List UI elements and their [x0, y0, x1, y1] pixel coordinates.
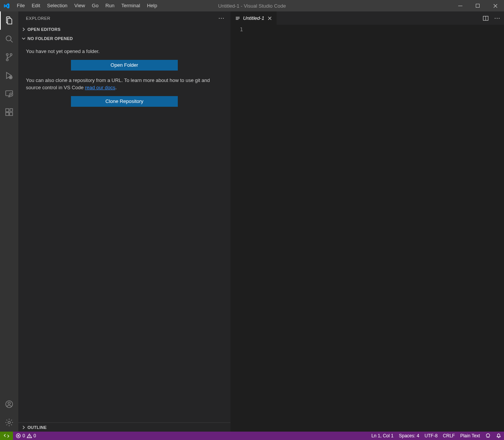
- svg-point-15: [8, 421, 10, 424]
- svg-rect-12: [10, 109, 13, 111]
- clone-text-a: You can also clone a repository from a U…: [26, 77, 210, 91]
- close-button[interactable]: [486, 0, 504, 11]
- eol-status[interactable]: CRLF: [440, 432, 457, 440]
- remote-icon: [5, 89, 14, 98]
- menu-view[interactable]: View: [71, 0, 89, 11]
- activity-manage[interactable]: [0, 413, 18, 432]
- tab-close-button[interactable]: [267, 15, 273, 21]
- svg-point-4: [6, 54, 8, 56]
- outline-label: OUTLINE: [27, 425, 47, 430]
- sidebar-header: EXPLORER ⋯: [18, 11, 230, 25]
- code-area[interactable]: [250, 25, 504, 432]
- svg-point-5: [6, 59, 8, 61]
- no-folder-label: NO FOLDER OPENED: [27, 36, 73, 41]
- maximize-button[interactable]: [469, 0, 486, 11]
- feedback-icon: [485, 433, 491, 438]
- activity-search[interactable]: [0, 30, 18, 48]
- error-icon: [16, 433, 21, 438]
- main-area: EXPLORER ⋯ OPEN EDITORS NO FOLDER OPENED…: [0, 11, 504, 432]
- menu-file[interactable]: File: [13, 0, 28, 11]
- svg-rect-10: [6, 112, 9, 116]
- menu-terminal[interactable]: Terminal: [118, 0, 143, 11]
- warning-count: 0: [34, 433, 36, 438]
- menu-edit[interactable]: Edit: [28, 0, 43, 11]
- source-control-icon: [5, 53, 14, 62]
- menu-run[interactable]: Run: [102, 0, 118, 11]
- error-count: 0: [23, 433, 25, 438]
- file-text-icon: [235, 15, 241, 21]
- menu-selection[interactable]: Selection: [43, 0, 71, 11]
- editor-body[interactable]: 1: [231, 25, 504, 432]
- feedback-button[interactable]: [483, 432, 493, 440]
- clone-text: You can also clone a repository from a U…: [26, 77, 223, 92]
- gear-icon: [5, 418, 14, 427]
- open-editors-label: OPEN EDITORS: [27, 27, 61, 32]
- read-our-docs-link[interactable]: read our docs: [85, 85, 116, 90]
- activity-remote-explorer[interactable]: [0, 85, 18, 103]
- window-controls: [451, 0, 504, 11]
- editor-more-button[interactable]: ⋯: [494, 14, 500, 22]
- sidebar-title: EXPLORER: [26, 16, 50, 21]
- split-editor-button[interactable]: [483, 15, 489, 21]
- editor-actions: ⋯: [479, 11, 504, 25]
- svg-rect-1: [476, 4, 480, 8]
- tab-untitled-1[interactable]: Untitled-1: [231, 11, 277, 25]
- minimize-button[interactable]: [451, 0, 469, 11]
- extensions-icon: [5, 108, 14, 117]
- bell-icon: [496, 433, 501, 438]
- tab-bar: Untitled-1 ⋯: [231, 11, 504, 25]
- account-icon: [5, 400, 14, 409]
- search-icon: [5, 34, 14, 43]
- status-bar: 0 0 Ln 1, Col 1 Spaces: 4 UTF-8 CRLF Pla…: [0, 432, 504, 440]
- open-editors-section[interactable]: OPEN EDITORS: [18, 25, 230, 34]
- svg-point-19: [486, 434, 490, 437]
- menu-go[interactable]: Go: [89, 0, 102, 11]
- outline-section[interactable]: OUTLINE: [18, 422, 230, 432]
- line-number: 1: [231, 26, 243, 32]
- files-icon: [5, 16, 14, 25]
- svg-point-14: [8, 402, 10, 405]
- svg-point-3: [10, 54, 12, 56]
- cursor-position-status[interactable]: Ln 1, Col 1: [369, 432, 396, 440]
- activity-extensions[interactable]: [0, 103, 18, 121]
- no-folder-body: You have not yet opened a folder. Open F…: [18, 43, 230, 117]
- tab-label: Untitled-1: [243, 15, 264, 21]
- debug-icon: [5, 71, 14, 80]
- not-opened-text: You have not yet opened a folder.: [26, 48, 223, 55]
- activity-accounts[interactable]: [0, 395, 18, 413]
- svg-rect-9: [6, 109, 9, 112]
- sidebar-more-button[interactable]: ⋯: [218, 14, 225, 22]
- remote-status-button[interactable]: [0, 432, 13, 440]
- language-mode-status[interactable]: Plain Text: [457, 432, 483, 440]
- activity-source-control[interactable]: [0, 48, 18, 66]
- chevron-right-icon: [21, 26, 27, 32]
- line-gutter: 1: [231, 25, 250, 432]
- svg-rect-0: [458, 6, 462, 6]
- problems-status[interactable]: 0 0: [13, 432, 39, 440]
- menu-help[interactable]: Help: [143, 0, 161, 11]
- chevron-right-icon: [21, 424, 27, 430]
- clone-repository-button[interactable]: Clone Repository: [71, 96, 178, 107]
- remote-indicator-icon: [4, 433, 9, 438]
- editor-area: Untitled-1 ⋯ 1: [231, 11, 504, 432]
- menu-bar: File Edit Selection View Go Run Terminal…: [13, 0, 161, 11]
- encoding-status[interactable]: UTF-8: [422, 432, 440, 440]
- svg-rect-11: [10, 112, 13, 116]
- activity-explorer[interactable]: [0, 11, 18, 30]
- notifications-button[interactable]: [493, 432, 504, 440]
- svg-point-2: [6, 36, 11, 41]
- indentation-status[interactable]: Spaces: 4: [396, 432, 422, 440]
- activity-bar: [0, 11, 18, 432]
- title-bar: File Edit Selection View Go Run Terminal…: [0, 0, 504, 11]
- app-icon: [0, 3, 13, 9]
- open-folder-button[interactable]: Open Folder: [71, 60, 178, 71]
- warning-icon: [27, 433, 32, 438]
- clone-text-b: .: [115, 85, 117, 90]
- chevron-down-icon: [21, 35, 27, 42]
- activity-run-debug[interactable]: [0, 66, 18, 85]
- sidebar-explorer: EXPLORER ⋯ OPEN EDITORS NO FOLDER OPENED…: [18, 11, 231, 432]
- no-folder-section[interactable]: NO FOLDER OPENED: [18, 34, 230, 43]
